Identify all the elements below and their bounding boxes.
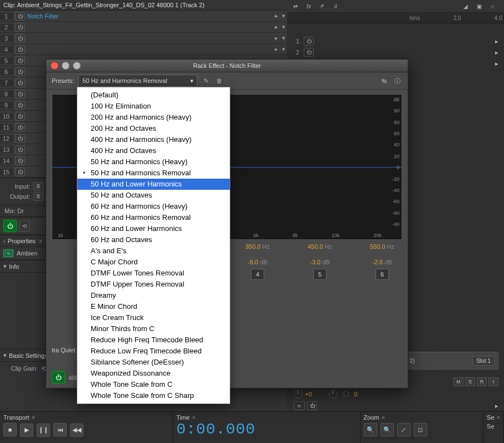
preset-option[interactable]: Reduce High Freq Timecode Bleed xyxy=(77,334,230,346)
preset-option[interactable]: (Default) xyxy=(77,90,230,101)
preset-option[interactable]: 60 Hz and Lower Harmonics xyxy=(77,223,230,234)
preset-dropdown[interactable]: 50 Hz and Harmonics Removal ▾ xyxy=(78,75,197,87)
preset-option[interactable]: 100 Hz Elimination xyxy=(77,101,230,112)
effect-power-button[interactable]: ⏻ xyxy=(52,371,65,383)
preset-option[interactable]: 50 Hz and Octaves xyxy=(77,190,230,201)
eq-icon[interactable]: ıl xyxy=(330,2,340,11)
solo-button[interactable]: S xyxy=(465,377,475,386)
fx-icon[interactable]: fx xyxy=(304,2,314,11)
metronome-icon[interactable]: ▣ xyxy=(474,2,484,11)
track-slot-1[interactable]: 1⏻▸ xyxy=(294,36,498,47)
menu-icon[interactable]: ▾ xyxy=(280,12,287,19)
notch-enable-4[interactable]: 4 xyxy=(251,269,264,280)
routing-icon[interactable]: ↹ xyxy=(379,76,389,85)
send-icon[interactable]: ↱ xyxy=(317,2,327,11)
power-icon[interactable]: ⏻ xyxy=(307,401,317,410)
preset-option[interactable]: 60 Hz and Harmonics (Heavy) xyxy=(77,201,230,212)
output-meter-icon[interactable]: ≣ xyxy=(33,192,43,201)
power-icon[interactable]: ⏻ xyxy=(15,34,25,43)
time-display[interactable]: 0:00.000 xyxy=(176,421,357,438)
notch-6: 550.0 Hz -2.0 dB 6 xyxy=(362,243,402,280)
close-icon[interactable]: × xyxy=(382,414,385,421)
zoom-out-h-icon[interactable]: 🔍 xyxy=(381,423,394,436)
preset-option[interactable]: Weaponized Dissonance xyxy=(77,368,230,379)
chevron-right-icon[interactable]: ▸ xyxy=(495,402,498,410)
zoom-selection-icon[interactable]: ⊡ xyxy=(414,423,427,436)
track-volume[interactable]: +0 xyxy=(305,391,312,397)
preset-option[interactable]: Whole Tone Scale from C xyxy=(77,379,230,390)
preset-option[interactable]: 400 Hz and Octaves xyxy=(77,145,230,156)
close-icon[interactable]: × xyxy=(192,414,195,421)
bypass-icon[interactable]: ⟲ xyxy=(19,220,30,232)
effect-slot-1[interactable]: 1⏻Notch Filter▸▾ xyxy=(0,11,287,22)
close-icon[interactable]: × xyxy=(39,238,42,244)
input-meter-icon[interactable]: ≣ xyxy=(33,182,43,191)
headphones-icon[interactable]: ∩ xyxy=(487,2,497,11)
preset-option[interactable]: 400 Hz and Harmonics (Heavy) xyxy=(77,134,230,145)
preset-option[interactable]: Sibilance Softener (DeEsser) xyxy=(77,357,230,368)
rack-power-button[interactable]: ⏻ xyxy=(3,220,17,232)
track-slot-2[interactable]: 2⏻▸ xyxy=(294,47,498,58)
preset-option[interactable]: E Minor Chord xyxy=(77,301,230,312)
delete-preset-icon[interactable]: 🗑 xyxy=(214,76,224,85)
preset-option[interactable]: 60 Hz and Harmonics Removal xyxy=(77,212,230,223)
play-button[interactable]: ▶ xyxy=(20,424,33,437)
preset-option[interactable]: Ice Cream Truck xyxy=(77,312,230,323)
zoom-window-button[interactable] xyxy=(73,62,81,70)
preset-option[interactable]: DTMF Upper Tones Removal xyxy=(77,279,230,290)
stop-button[interactable]: ■ xyxy=(3,423,17,436)
time-panel: Time× 0:00.000 xyxy=(173,412,360,443)
notch-enable-5[interactable]: 5 xyxy=(313,269,327,280)
input-monitor-button[interactable]: I xyxy=(488,377,498,386)
minimize-window-button[interactable] xyxy=(62,62,70,70)
close-icon[interactable]: × xyxy=(497,414,500,421)
zoom-fit-icon[interactable]: ⤢ xyxy=(397,423,411,436)
preset-dropdown-menu[interactable]: (Default)100 Hz Elimination200 Hz and Ha… xyxy=(77,87,230,404)
chevron-right-icon[interactable]: ▸ xyxy=(273,12,280,19)
effect-slot-4[interactable]: 4⏻▸▾ xyxy=(0,44,287,55)
preset-option[interactable]: 50 Hz and Harmonics Removal xyxy=(77,168,230,179)
chevron-right-icon: › xyxy=(3,238,6,244)
preset-option[interactable]: C Major Chord xyxy=(77,257,230,268)
power-icon[interactable]: ⏻ xyxy=(15,23,25,32)
modal-titlebar[interactable]: Rack Effect - Notch Filter xyxy=(46,60,408,72)
zoom-in-h-icon[interactable]: 🔍 xyxy=(364,423,377,436)
prev-button[interactable]: ⏮ xyxy=(53,423,67,436)
power-icon[interactable]: ⏻ xyxy=(15,12,25,21)
preset-option[interactable]: 200 Hz and Octaves xyxy=(77,123,230,134)
track-pan[interactable]: 0 xyxy=(354,391,358,397)
preset-option[interactable]: 50 Hz and Lower Harmonics xyxy=(77,179,230,190)
pause-button[interactable]: ❙❙ xyxy=(37,424,50,437)
volume-knob[interactable] xyxy=(294,390,303,398)
effect-name[interactable]: Notch Filter xyxy=(27,13,273,19)
notch-enable-6[interactable]: 6 xyxy=(375,269,389,280)
close-window-button[interactable] xyxy=(51,62,58,70)
mute-button[interactable]: M xyxy=(453,377,463,386)
fx-button[interactable]: fx xyxy=(294,401,305,410)
timeline-ruler[interactable]: hms 2.0 4.0 xyxy=(287,13,504,23)
chevron-right-icon[interactable]: ▸ xyxy=(495,38,498,45)
record-button[interactable]: R xyxy=(477,377,487,386)
info-icon[interactable]: ⓘ xyxy=(392,76,402,85)
save-preset-icon[interactable]: ✎ xyxy=(201,76,211,85)
preset-option[interactable]: 200 Hz and Harmonics (Heavy) xyxy=(77,112,230,123)
preset-option[interactable]: Minor Thirds from C xyxy=(77,323,230,334)
preset-option[interactable]: 50 Hz and Harmonics (Heavy) xyxy=(77,156,230,168)
power-icon[interactable]: ⏻ xyxy=(304,37,314,46)
preset-option[interactable]: Reduce Low Freq Timecode Bleed xyxy=(77,346,230,357)
close-icon[interactable]: × xyxy=(32,414,35,421)
preset-option[interactable]: 60 Hz and Octaves xyxy=(77,234,230,245)
effect-slot-2[interactable]: 2⏻▸▾ xyxy=(0,22,287,33)
preset-option[interactable]: Dreamy xyxy=(77,290,230,301)
zoom-panel: Zoom× 🔍 🔍 ⤢ ⊡ xyxy=(360,412,484,443)
slot-selector[interactable]: Slot 1 xyxy=(472,356,495,366)
notch-5: 450.0 Hz -3.0 dB 5 xyxy=(300,243,340,280)
preset-option[interactable]: A's and E's xyxy=(77,245,230,257)
pan-knob[interactable] xyxy=(329,390,338,398)
preset-option[interactable]: Whole Tone Scale from C Sharp xyxy=(77,390,230,401)
rewind-button[interactable]: ◀◀ xyxy=(70,424,83,437)
effect-slot-3[interactable]: 3⏻▸▾ xyxy=(0,33,287,44)
swap-icon[interactable]: ⇄ xyxy=(290,2,300,11)
snap-icon[interactable]: ◢ xyxy=(461,2,471,11)
preset-option[interactable]: DTMF Lower Tones Removal xyxy=(77,268,230,279)
